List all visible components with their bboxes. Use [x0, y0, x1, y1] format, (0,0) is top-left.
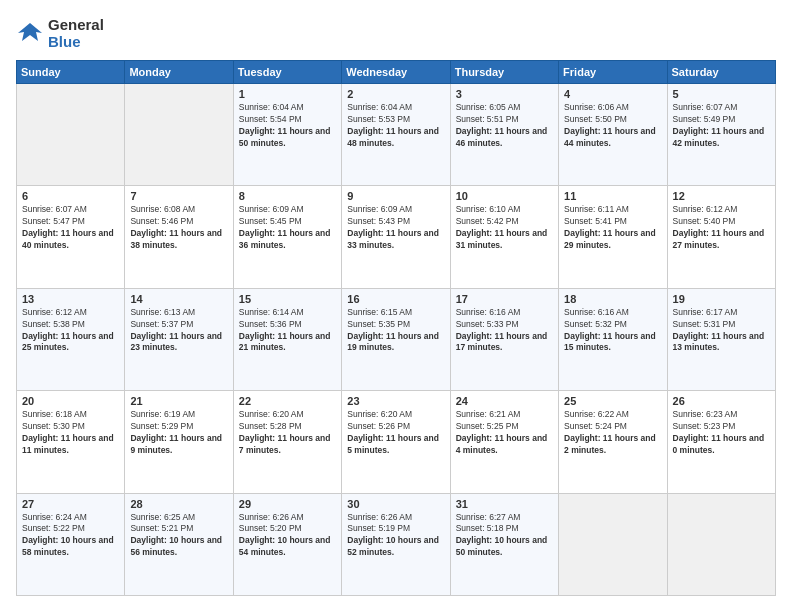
cell-content: Sunrise: 6:07 AMSunset: 5:49 PMDaylight:…: [673, 102, 770, 150]
header: General Blue: [16, 16, 776, 50]
calendar-cell: 5Sunrise: 6:07 AMSunset: 5:49 PMDaylight…: [667, 84, 775, 186]
calendar-cell: 1Sunrise: 6:04 AMSunset: 5:54 PMDaylight…: [233, 84, 341, 186]
cell-content: Sunrise: 6:23 AMSunset: 5:23 PMDaylight:…: [673, 409, 770, 457]
cell-content: Sunrise: 6:18 AMSunset: 5:30 PMDaylight:…: [22, 409, 119, 457]
calendar-week-row: 13Sunrise: 6:12 AMSunset: 5:38 PMDayligh…: [17, 288, 776, 390]
day-number: 2: [347, 88, 444, 100]
svg-marker-0: [18, 23, 42, 41]
day-number: 23: [347, 395, 444, 407]
calendar-cell: 26Sunrise: 6:23 AMSunset: 5:23 PMDayligh…: [667, 391, 775, 493]
day-number: 13: [22, 293, 119, 305]
calendar-cell: [17, 84, 125, 186]
col-header-sunday: Sunday: [17, 61, 125, 84]
cell-content: Sunrise: 6:21 AMSunset: 5:25 PMDaylight:…: [456, 409, 553, 457]
day-number: 16: [347, 293, 444, 305]
cell-content: Sunrise: 6:20 AMSunset: 5:28 PMDaylight:…: [239, 409, 336, 457]
col-header-monday: Monday: [125, 61, 233, 84]
col-header-friday: Friday: [559, 61, 667, 84]
day-number: 4: [564, 88, 661, 100]
calendar-cell: 11Sunrise: 6:11 AMSunset: 5:41 PMDayligh…: [559, 186, 667, 288]
calendar-cell: 4Sunrise: 6:06 AMSunset: 5:50 PMDaylight…: [559, 84, 667, 186]
day-number: 10: [456, 190, 553, 202]
calendar-table: SundayMondayTuesdayWednesdayThursdayFrid…: [16, 60, 776, 596]
calendar-cell: 20Sunrise: 6:18 AMSunset: 5:30 PMDayligh…: [17, 391, 125, 493]
calendar-cell: [667, 493, 775, 595]
cell-content: Sunrise: 6:16 AMSunset: 5:33 PMDaylight:…: [456, 307, 553, 355]
cell-content: Sunrise: 6:10 AMSunset: 5:42 PMDaylight:…: [456, 204, 553, 252]
calendar-header-row: SundayMondayTuesdayWednesdayThursdayFrid…: [17, 61, 776, 84]
calendar-cell: 8Sunrise: 6:09 AMSunset: 5:45 PMDaylight…: [233, 186, 341, 288]
calendar-cell: 3Sunrise: 6:05 AMSunset: 5:51 PMDaylight…: [450, 84, 558, 186]
day-number: 19: [673, 293, 770, 305]
day-number: 24: [456, 395, 553, 407]
cell-content: Sunrise: 6:26 AMSunset: 5:19 PMDaylight:…: [347, 512, 444, 560]
calendar-cell: [125, 84, 233, 186]
calendar-cell: 19Sunrise: 6:17 AMSunset: 5:31 PMDayligh…: [667, 288, 775, 390]
cell-content: Sunrise: 6:20 AMSunset: 5:26 PMDaylight:…: [347, 409, 444, 457]
col-header-tuesday: Tuesday: [233, 61, 341, 84]
day-number: 3: [456, 88, 553, 100]
day-number: 30: [347, 498, 444, 510]
cell-content: Sunrise: 6:14 AMSunset: 5:36 PMDaylight:…: [239, 307, 336, 355]
day-number: 21: [130, 395, 227, 407]
calendar-cell: 27Sunrise: 6:24 AMSunset: 5:22 PMDayligh…: [17, 493, 125, 595]
calendar-cell: 7Sunrise: 6:08 AMSunset: 5:46 PMDaylight…: [125, 186, 233, 288]
cell-content: Sunrise: 6:25 AMSunset: 5:21 PMDaylight:…: [130, 512, 227, 560]
calendar-cell: 12Sunrise: 6:12 AMSunset: 5:40 PMDayligh…: [667, 186, 775, 288]
day-number: 1: [239, 88, 336, 100]
day-number: 28: [130, 498, 227, 510]
calendar-cell: 29Sunrise: 6:26 AMSunset: 5:20 PMDayligh…: [233, 493, 341, 595]
calendar-cell: 13Sunrise: 6:12 AMSunset: 5:38 PMDayligh…: [17, 288, 125, 390]
cell-content: Sunrise: 6:22 AMSunset: 5:24 PMDaylight:…: [564, 409, 661, 457]
logo-text: General Blue: [48, 16, 104, 50]
cell-content: Sunrise: 6:15 AMSunset: 5:35 PMDaylight:…: [347, 307, 444, 355]
day-number: 12: [673, 190, 770, 202]
day-number: 29: [239, 498, 336, 510]
cell-content: Sunrise: 6:16 AMSunset: 5:32 PMDaylight:…: [564, 307, 661, 355]
calendar-week-row: 6Sunrise: 6:07 AMSunset: 5:47 PMDaylight…: [17, 186, 776, 288]
cell-content: Sunrise: 6:13 AMSunset: 5:37 PMDaylight:…: [130, 307, 227, 355]
calendar-cell: 15Sunrise: 6:14 AMSunset: 5:36 PMDayligh…: [233, 288, 341, 390]
calendar-cell: 22Sunrise: 6:20 AMSunset: 5:28 PMDayligh…: [233, 391, 341, 493]
day-number: 27: [22, 498, 119, 510]
cell-content: Sunrise: 6:08 AMSunset: 5:46 PMDaylight:…: [130, 204, 227, 252]
day-number: 22: [239, 395, 336, 407]
calendar-cell: 18Sunrise: 6:16 AMSunset: 5:32 PMDayligh…: [559, 288, 667, 390]
logo: General Blue: [16, 16, 104, 50]
day-number: 31: [456, 498, 553, 510]
logo-icon: [16, 19, 44, 47]
cell-content: Sunrise: 6:12 AMSunset: 5:38 PMDaylight:…: [22, 307, 119, 355]
day-number: 6: [22, 190, 119, 202]
calendar-cell: 9Sunrise: 6:09 AMSunset: 5:43 PMDaylight…: [342, 186, 450, 288]
cell-content: Sunrise: 6:09 AMSunset: 5:45 PMDaylight:…: [239, 204, 336, 252]
day-number: 17: [456, 293, 553, 305]
col-header-thursday: Thursday: [450, 61, 558, 84]
day-number: 26: [673, 395, 770, 407]
calendar-cell: 24Sunrise: 6:21 AMSunset: 5:25 PMDayligh…: [450, 391, 558, 493]
cell-content: Sunrise: 6:24 AMSunset: 5:22 PMDaylight:…: [22, 512, 119, 560]
calendar-cell: 17Sunrise: 6:16 AMSunset: 5:33 PMDayligh…: [450, 288, 558, 390]
day-number: 25: [564, 395, 661, 407]
cell-content: Sunrise: 6:05 AMSunset: 5:51 PMDaylight:…: [456, 102, 553, 150]
cell-content: Sunrise: 6:12 AMSunset: 5:40 PMDaylight:…: [673, 204, 770, 252]
calendar-cell: 31Sunrise: 6:27 AMSunset: 5:18 PMDayligh…: [450, 493, 558, 595]
day-number: 9: [347, 190, 444, 202]
calendar-cell: 23Sunrise: 6:20 AMSunset: 5:26 PMDayligh…: [342, 391, 450, 493]
calendar-cell: 25Sunrise: 6:22 AMSunset: 5:24 PMDayligh…: [559, 391, 667, 493]
cell-content: Sunrise: 6:07 AMSunset: 5:47 PMDaylight:…: [22, 204, 119, 252]
day-number: 20: [22, 395, 119, 407]
calendar-cell: 21Sunrise: 6:19 AMSunset: 5:29 PMDayligh…: [125, 391, 233, 493]
cell-content: Sunrise: 6:04 AMSunset: 5:53 PMDaylight:…: [347, 102, 444, 150]
cell-content: Sunrise: 6:04 AMSunset: 5:54 PMDaylight:…: [239, 102, 336, 150]
col-header-wednesday: Wednesday: [342, 61, 450, 84]
calendar-cell: 16Sunrise: 6:15 AMSunset: 5:35 PMDayligh…: [342, 288, 450, 390]
cell-content: Sunrise: 6:17 AMSunset: 5:31 PMDaylight:…: [673, 307, 770, 355]
cell-content: Sunrise: 6:19 AMSunset: 5:29 PMDaylight:…: [130, 409, 227, 457]
day-number: 5: [673, 88, 770, 100]
calendar-cell: [559, 493, 667, 595]
calendar-week-row: 20Sunrise: 6:18 AMSunset: 5:30 PMDayligh…: [17, 391, 776, 493]
calendar-week-row: 1Sunrise: 6:04 AMSunset: 5:54 PMDaylight…: [17, 84, 776, 186]
cell-content: Sunrise: 6:26 AMSunset: 5:20 PMDaylight:…: [239, 512, 336, 560]
cell-content: Sunrise: 6:27 AMSunset: 5:18 PMDaylight:…: [456, 512, 553, 560]
calendar-cell: 2Sunrise: 6:04 AMSunset: 5:53 PMDaylight…: [342, 84, 450, 186]
